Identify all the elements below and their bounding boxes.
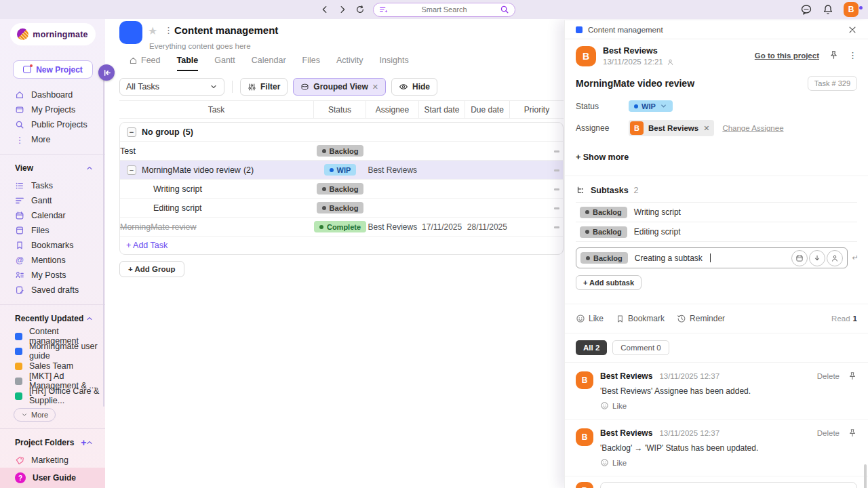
status-badge[interactable]: Backlog bbox=[317, 202, 364, 214]
nav-back-button[interactable] bbox=[320, 5, 330, 14]
recent-project-item[interactable]: [HR] Office Care & Supplie... bbox=[0, 388, 105, 403]
project-menu-dots-icon[interactable]: ⋮ bbox=[164, 25, 173, 35]
status-badge[interactable]: WIP bbox=[324, 164, 357, 176]
pin-icon[interactable] bbox=[829, 50, 839, 60]
app-logo[interactable]: morningmate bbox=[10, 23, 96, 45]
table-row[interactable]: − Writing script Backlog bbox=[120, 179, 563, 198]
subtask-assignee-button[interactable] bbox=[827, 250, 843, 266]
subtask-date-button[interactable] bbox=[791, 250, 808, 266]
chevron-up-icon[interactable] bbox=[85, 439, 94, 447]
add-group-button[interactable]: + Add Group bbox=[119, 261, 184, 277]
subtask-row[interactable]: Backlog Editing script bbox=[576, 222, 857, 242]
sidebar-item-public-projects[interactable]: Public Projects bbox=[0, 117, 105, 132]
nav-forward-button[interactable] bbox=[338, 5, 347, 14]
subtask-row[interactable]: Backlog Writing script bbox=[576, 203, 857, 222]
project-tab[interactable]: Feed bbox=[129, 56, 161, 71]
task-name[interactable]: MorningMate review bbox=[120, 222, 197, 232]
sidebar-item-my-posts[interactable]: My Posts bbox=[0, 268, 105, 283]
new-project-button[interactable]: New Project bbox=[13, 60, 93, 79]
reminder-button[interactable]: Reminder bbox=[677, 314, 725, 323]
like-button[interactable]: Like bbox=[576, 314, 604, 323]
recently-updated-header[interactable]: Recently Updated bbox=[0, 311, 105, 326]
bookmark-button[interactable]: Bookmark bbox=[616, 314, 665, 323]
filter-button[interactable]: Filter bbox=[240, 78, 288, 96]
status-badge[interactable]: Complete bbox=[314, 221, 366, 232]
table-row[interactable]: − MorningMate review Complete Best Revie… bbox=[120, 217, 563, 236]
project-folders-header[interactable]: Project Folders+ bbox=[0, 435, 105, 450]
pin-comment-icon[interactable] bbox=[848, 428, 857, 438]
task-name[interactable]: Test bbox=[120, 146, 136, 156]
subtask-priority-button[interactable] bbox=[809, 250, 825, 266]
remove-assignee-icon[interactable]: ✕ bbox=[703, 124, 709, 133]
project-tab[interactable]: Gantt bbox=[214, 56, 235, 71]
row-handle[interactable] bbox=[554, 169, 559, 171]
smart-search-bar[interactable] bbox=[373, 3, 515, 17]
project-tab[interactable]: Calendar bbox=[252, 56, 286, 71]
row-handle[interactable] bbox=[554, 226, 559, 228]
view-section-header[interactable]: View bbox=[0, 161, 105, 176]
sidebar-item-gantt[interactable]: Gantt bbox=[0, 193, 105, 208]
add-subtask-button[interactable]: + Add subtask bbox=[576, 275, 642, 290]
comment-like-button[interactable]: Like bbox=[600, 401, 751, 410]
panel-menu-dots-icon[interactable]: ⋮ bbox=[848, 50, 857, 60]
pin-comment-icon[interactable] bbox=[848, 371, 857, 381]
sidebar-item-dashboard[interactable]: Dashboard bbox=[0, 87, 105, 102]
close-panel-icon[interactable] bbox=[848, 25, 857, 35]
project-tab[interactable]: Insights bbox=[380, 56, 409, 71]
change-assignee-link[interactable]: Change Assignee bbox=[722, 124, 783, 132]
table-row[interactable]: − Test Backlog bbox=[120, 141, 563, 160]
status-badge[interactable]: Backlog bbox=[317, 145, 364, 157]
refresh-button[interactable] bbox=[355, 5, 365, 14]
favorite-star-icon[interactable]: ★ bbox=[148, 24, 157, 37]
column-header-start-date[interactable]: Start date bbox=[419, 101, 465, 118]
task-name[interactable]: Writing script bbox=[153, 184, 202, 194]
sidebar-collapse-button[interactable] bbox=[98, 64, 115, 81]
sidebar-item-saved-drafts[interactable]: Saved drafts bbox=[0, 283, 105, 298]
row-handle[interactable] bbox=[554, 188, 559, 190]
sidebar-item-files[interactable]: Files bbox=[0, 223, 105, 238]
author-avatar[interactable]: B bbox=[576, 46, 596, 66]
project-tab[interactable]: Activity bbox=[336, 56, 363, 71]
comment-like-button[interactable]: Like bbox=[600, 458, 758, 467]
search-input[interactable] bbox=[393, 5, 496, 14]
column-header-task[interactable]: Task bbox=[119, 101, 314, 118]
task-scope-select[interactable]: All Tasks bbox=[119, 78, 224, 96]
show-more-fields-button[interactable]: + Show more bbox=[576, 152, 857, 162]
column-header-status[interactable]: Status bbox=[314, 101, 366, 118]
read-count[interactable]: Read1 bbox=[831, 314, 857, 323]
sidebar-item-calendar[interactable]: Calendar bbox=[0, 208, 105, 223]
remove-grouped-view-icon[interactable]: ✕ bbox=[372, 83, 378, 92]
panel-scrollbar[interactable] bbox=[864, 464, 867, 488]
tab-comment[interactable]: Comment 0 bbox=[612, 340, 669, 355]
sidebar-item-mentions[interactable]: @Mentions bbox=[0, 253, 105, 268]
assignee-chip[interactable]: B Best Reviews ✕ bbox=[629, 120, 714, 136]
collapse-task-button[interactable]: − bbox=[127, 165, 136, 175]
column-header-assignee[interactable]: Assignee bbox=[366, 101, 419, 118]
user-avatar[interactable]: B bbox=[844, 2, 859, 17]
show-more-projects-button[interactable]: More bbox=[14, 408, 56, 422]
table-row[interactable]: − Editing script Backlog bbox=[120, 198, 563, 217]
status-badge[interactable]: Backlog bbox=[580, 207, 627, 218]
folder-item-marketing[interactable]: Marketing bbox=[0, 453, 105, 468]
notifications-bell-icon[interactable] bbox=[823, 4, 833, 15]
sidebar-item-tasks[interactable]: Tasks bbox=[0, 178, 105, 193]
sidebar-item-my-projects[interactable]: My Projects bbox=[0, 102, 105, 117]
user-guide-button[interactable]: ? User Guide bbox=[0, 468, 105, 488]
grouped-view-chip[interactable]: Grouped View✕ bbox=[293, 78, 386, 96]
sidebar-item-more[interactable]: ⋮More bbox=[0, 132, 105, 147]
comment-input[interactable] bbox=[600, 482, 857, 488]
collapse-group-button[interactable]: − bbox=[127, 127, 136, 137]
sidebar-scrollbar[interactable] bbox=[103, 75, 104, 407]
table-row[interactable]: − MorningMate video review (2) WIP Best … bbox=[120, 160, 563, 179]
task-name[interactable]: Editing script bbox=[153, 203, 202, 213]
go-to-project-link[interactable]: Go to this project bbox=[755, 52, 819, 60]
tab-all[interactable]: All 2 bbox=[576, 340, 607, 355]
row-handle[interactable] bbox=[554, 207, 559, 209]
row-handle[interactable] bbox=[554, 150, 559, 152]
chevron-up-icon[interactable] bbox=[85, 314, 94, 323]
sidebar-item-bookmarks[interactable]: Bookmarks bbox=[0, 238, 105, 253]
comment-avatar[interactable]: B bbox=[576, 428, 593, 446]
task-name[interactable]: MorningMate video review bbox=[142, 165, 241, 175]
chevron-up-icon[interactable] bbox=[85, 164, 94, 172]
hide-columns-button[interactable]: Hide bbox=[391, 78, 437, 96]
